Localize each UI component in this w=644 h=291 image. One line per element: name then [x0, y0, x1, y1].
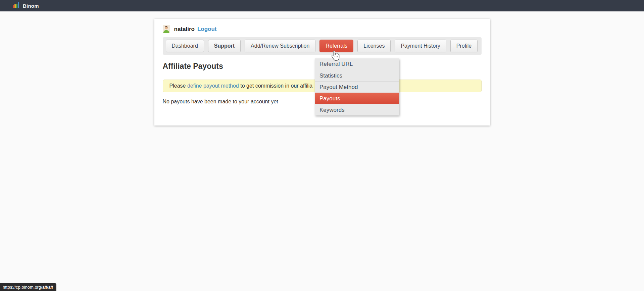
notice-suffix: to get commission in our affilia — [240, 83, 312, 89]
define-payout-method-link[interactable]: define payout method — [187, 83, 239, 89]
nav-button-add-renew-subscription[interactable]: Add/Renew Subscription — [245, 40, 315, 52]
nav-button-profile[interactable]: Profile — [450, 40, 478, 52]
nav-button-dashboard[interactable]: Dashboard — [166, 40, 204, 52]
nav-button-licenses[interactable]: Licenses — [357, 40, 391, 52]
nav-button-referrals[interactable]: Referrals — [319, 40, 353, 52]
user-row: nataliro Logout — [163, 25, 482, 33]
brand-logo[interactable]: Binom — [13, 2, 39, 9]
dropdown-item-payouts[interactable]: Payouts — [315, 93, 399, 104]
nav-button-payment-history[interactable]: Payment History — [395, 40, 446, 52]
topbar: Binom — [0, 0, 644, 11]
status-url-tooltip: https://cp.binom.org/aff/aff — [0, 283, 56, 291]
user-name: nataliro — [174, 26, 195, 33]
dropdown-item-statistics[interactable]: Statistics — [315, 70, 399, 81]
dropdown-item-payout-method[interactable]: Payout Method — [315, 81, 399, 93]
nav-strip: Dashboard Support Add/Renew Subscription… — [163, 37, 482, 55]
logout-link[interactable]: Logout — [197, 26, 217, 33]
user-avatar-icon — [163, 25, 170, 33]
notice-prefix: Please — [169, 83, 186, 89]
nav-button-support[interactable]: Support — [208, 40, 241, 52]
dropdown-item-keywords[interactable]: Keywords — [315, 104, 399, 115]
bar-chart-icon — [13, 2, 20, 9]
brand-name: Binom — [23, 3, 39, 9]
dropdown-item-referral-url[interactable]: Referral URL — [315, 58, 399, 70]
referrals-dropdown-menu: Referral URL Statistics Payout Method Pa… — [315, 58, 399, 115]
